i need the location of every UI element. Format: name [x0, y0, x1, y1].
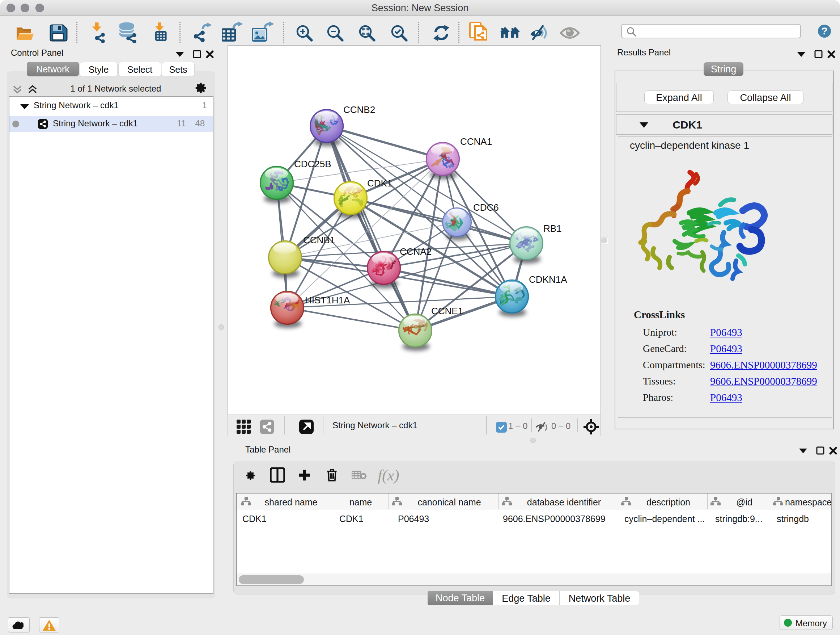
svg-text:CDKN1A: CDKN1A	[529, 274, 567, 285]
svg-text:CDC25B: CDC25B	[294, 158, 332, 169]
svg-text:CCNA2: CCNA2	[400, 246, 431, 257]
svg-text:CCNE1: CCNE1	[431, 306, 463, 317]
svg-text:CCNB2: CCNB2	[343, 104, 375, 115]
svg-text:CCNB1: CCNB1	[303, 234, 335, 245]
svg-text:CCNA1: CCNA1	[460, 136, 492, 147]
svg-text:CDK1: CDK1	[367, 178, 392, 188]
svg-text:HIST1H1A: HIST1H1A	[305, 295, 350, 306]
svg-text:RB1: RB1	[543, 223, 562, 234]
svg-text:CDC6: CDC6	[473, 202, 499, 213]
